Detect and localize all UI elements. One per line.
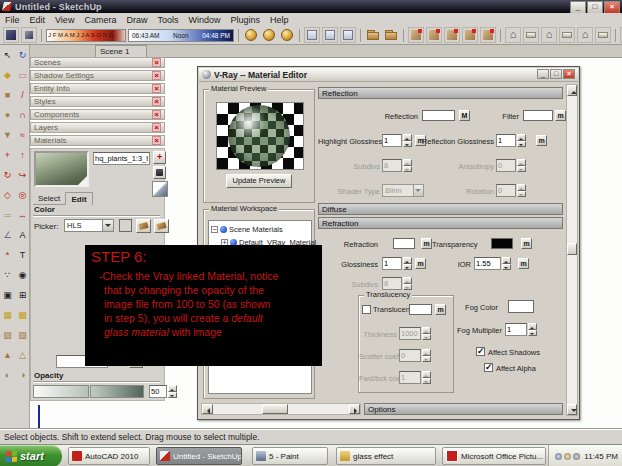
translucent-color-swatch[interactable] xyxy=(409,304,432,315)
match-model-color-button[interactable] xyxy=(136,219,151,233)
picker-dropdown[interactable]: HLS xyxy=(64,219,114,232)
transparency-color-swatch[interactable] xyxy=(491,238,513,249)
tray-styles[interactable]: Styles xyxy=(30,96,165,107)
opacity-slider-left[interactable] xyxy=(33,385,89,398)
views-icon[interactable] xyxy=(279,27,295,43)
tool-stamp-icon[interactable]: △ xyxy=(16,349,29,362)
close-tray-icon[interactable] xyxy=(152,110,161,119)
fog-multiplier-spinner[interactable] xyxy=(528,323,537,336)
reflection-glossiness-map-button[interactable]: m xyxy=(536,135,547,146)
dialog-minimize-button[interactable] xyxy=(537,69,549,79)
tool-offset-icon[interactable]: ◎ xyxy=(16,189,29,202)
taskbar-item-autocad[interactable]: AutoCAD 2010 xyxy=(68,447,150,465)
paint-sample-button[interactable] xyxy=(153,166,166,179)
reflection-glossiness-spinner[interactable] xyxy=(517,134,526,147)
taskbar-item-office-picture[interactable]: Microsoft Office Pictu... xyxy=(442,447,546,465)
tool-rotate-icon[interactable]: ↻ xyxy=(1,169,14,182)
dialog-maximize-button[interactable] xyxy=(550,69,562,79)
update-preview-button[interactable]: Update Preview xyxy=(226,174,292,188)
menu-camera[interactable]: Camera xyxy=(79,15,121,25)
shadows-dialog-icon[interactable] xyxy=(21,27,37,43)
taskbar-item-glass-effect[interactable]: glass effect xyxy=(336,447,436,465)
open-folder-icon[interactable] xyxy=(365,27,381,43)
close-tray-icon[interactable] xyxy=(152,136,161,145)
refr-glossiness-input[interactable] xyxy=(382,257,402,270)
taskbar-clock[interactable]: 11:45 PM xyxy=(584,452,618,461)
close-tray-icon[interactable] xyxy=(152,123,161,132)
section-options[interactable]: Options xyxy=(364,403,563,415)
menu-plugins[interactable]: Plugins xyxy=(225,15,265,25)
start-button[interactable]: start xyxy=(0,445,62,466)
section-reflection[interactable]: Reflection xyxy=(318,87,563,99)
tool-orbit-icon[interactable]: ↻ xyxy=(16,49,29,62)
filter-color-swatch[interactable] xyxy=(523,110,553,121)
close-tray-icon[interactable] xyxy=(152,84,161,93)
tool-polygon-icon[interactable]: ▼ xyxy=(1,129,14,142)
tool-push-pull-icon[interactable]: ↑ xyxy=(16,149,29,162)
shadow-time-slider[interactable]: 06:43 AM Noon 04:48 PM xyxy=(128,29,234,42)
tool-freehand-icon[interactable]: ≈ xyxy=(16,129,29,142)
tray-scenes[interactable]: Scenes xyxy=(30,57,165,68)
scroll-thumb[interactable] xyxy=(262,404,288,414)
tool-pan-icon[interactable]: ⊞ xyxy=(16,289,29,302)
tab-select[interactable]: Select xyxy=(33,192,65,205)
fog-multiplier-input[interactable] xyxy=(505,323,527,336)
menu-edit[interactable]: Edit xyxy=(25,15,51,25)
color-well[interactable] xyxy=(119,219,132,232)
tray-network-icon[interactable] xyxy=(555,453,562,460)
menu-window[interactable]: Window xyxy=(183,15,225,25)
collapse-icon[interactable] xyxy=(211,226,218,233)
section-display-icon[interactable] xyxy=(322,27,338,43)
affect-alpha-checkbox[interactable] xyxy=(484,363,493,372)
tray-shadow-settings[interactable]: Shadow Settings xyxy=(30,70,165,81)
tray-materials[interactable]: Materials xyxy=(30,135,165,146)
wall-tool-icon[interactable] xyxy=(523,27,539,43)
ior-spinner[interactable] xyxy=(502,257,511,270)
section-refraction[interactable]: Refraction xyxy=(318,217,563,229)
close-tray-icon[interactable] xyxy=(152,71,161,80)
refr-glossiness-spinner[interactable] xyxy=(403,257,412,270)
tool-paint-bucket-icon[interactable]: ◆ xyxy=(1,69,14,82)
lock-tool-icon[interactable] xyxy=(462,27,478,43)
translucent-map-button[interactable]: m xyxy=(435,304,446,315)
scroll-thumb[interactable] xyxy=(567,243,577,255)
shadows-toggle-icon[interactable] xyxy=(3,27,19,43)
tool-position-camera-icon[interactable]: ▣ xyxy=(1,289,14,302)
scroll-up-icon[interactable] xyxy=(567,85,577,96)
delete-tool-icon[interactable] xyxy=(480,27,496,43)
door-tool-icon[interactable] xyxy=(577,27,593,43)
affect-shadows-checkbox[interactable] xyxy=(476,347,485,356)
opacity-value-input[interactable] xyxy=(149,385,167,398)
chevron-down-icon[interactable] xyxy=(102,220,113,231)
reflection-glossiness-input[interactable] xyxy=(496,134,516,147)
tool-smoove-icon[interactable]: ▲ xyxy=(1,349,14,362)
tool-zoom-extents-icon[interactable]: ▩ xyxy=(16,309,29,322)
tool-sandbox-contours-icon[interactable]: ▧ xyxy=(1,329,14,342)
taskbar-item-paint[interactable]: 5 - Paint xyxy=(252,447,328,465)
group-tool-icon[interactable] xyxy=(426,27,442,43)
tray-components[interactable]: Components xyxy=(30,109,165,120)
ior-map-button[interactable]: m xyxy=(518,258,529,269)
close-tray-icon[interactable] xyxy=(152,97,161,106)
tool-follow-me-icon[interactable]: ↪ xyxy=(16,169,29,182)
section-diffuse[interactable]: Diffuse xyxy=(318,203,563,215)
menu-draw[interactable]: Draw xyxy=(121,15,152,25)
tool-tape-measure-icon[interactable]: ═ xyxy=(1,209,14,222)
filter-map-button[interactable]: m xyxy=(555,110,566,121)
opacity-slider-right[interactable] xyxy=(90,385,144,398)
material-thumbnail[interactable] xyxy=(34,151,89,187)
highlight-glossiness-input[interactable] xyxy=(382,134,402,147)
tool-rectangle-icon[interactable]: ■ xyxy=(1,89,14,102)
menu-file[interactable]: File xyxy=(0,15,25,25)
tool-sandbox-scratch-icon[interactable]: ▨ xyxy=(16,329,29,342)
tab-edit[interactable]: Edit xyxy=(65,192,93,205)
match-screen-color-button[interactable] xyxy=(154,219,169,233)
previous-view-icon[interactable] xyxy=(243,27,259,43)
component-tool-icon[interactable] xyxy=(408,27,424,43)
menu-view[interactable]: View xyxy=(50,15,79,25)
tab-scene-1[interactable]: Scene 1 xyxy=(95,45,147,57)
highlight-glossiness-spinner[interactable] xyxy=(403,134,412,147)
shadow-date-slider[interactable]: J F M A M J J A S O N D xyxy=(46,29,126,42)
tool-line-icon[interactable]: / xyxy=(16,89,29,102)
tree-item-scene-materials[interactable]: Scene Materials xyxy=(211,224,283,235)
